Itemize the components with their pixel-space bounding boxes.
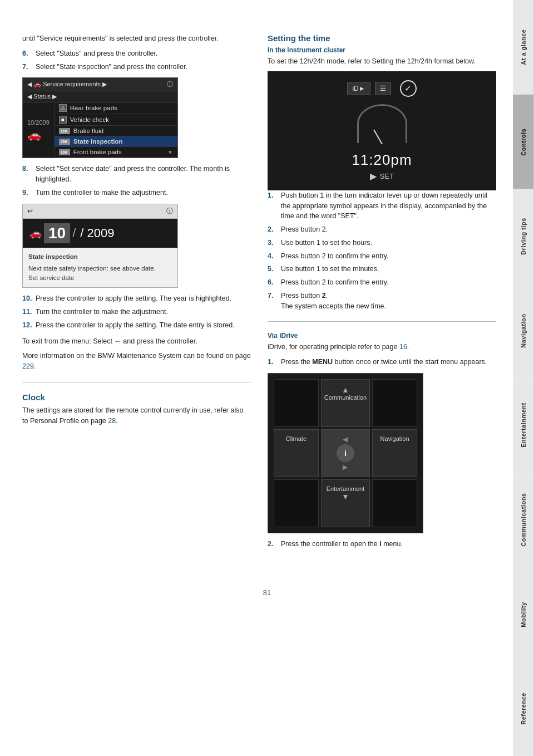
step-9: 9. Turn the controller to make the adjus… — [22, 188, 251, 198]
step-right-4: 4. Press button 2 to confirm the entry. — [268, 251, 496, 262]
item-front-brake: OK Front brake pads ▼ — [55, 147, 177, 158]
item-vehicle-check: ■ Vehicle check — [55, 114, 177, 126]
idrive-steps: 1. Press the MENU button once or twice u… — [268, 357, 496, 367]
setting-time-heading: Setting the time — [268, 33, 496, 43]
sidebar-tab-communications[interactable]: Communications — [513, 473, 534, 567]
scroll-indicator: ▼ — [167, 149, 173, 155]
clock-section-heading: Clock — [22, 392, 251, 402]
idrive-step-2: 2. Press the controller to open the i me… — [268, 539, 496, 549]
idrive-bottom-left-empty — [274, 479, 319, 527]
item-brake-fluid: OK Brake fluid — [55, 126, 177, 136]
idrive-bottom-right-empty — [372, 479, 417, 527]
step-right-7: 7. Press button 2.The system accepts the… — [268, 291, 496, 312]
service-requirements-box: ◀ 🚗 Service requirements ▶ ⓘ ◀ Status ▶ … — [22, 77, 178, 158]
speedometer-arc — [357, 104, 407, 143]
step-right-5: 5. Use button 1 to set the minutes. — [268, 264, 496, 274]
left-arrow-icon: ◀ — [343, 435, 348, 443]
clock-description: The settings are stored for the remote c… — [22, 405, 251, 426]
step-right-3: 3. Use button 1 to set the hours. — [268, 238, 496, 248]
idrive-top-right-empty — [372, 379, 417, 427]
ok-badge-inspection: OK — [59, 139, 70, 145]
warning-icon: ⚠ — [59, 104, 67, 112]
cluster-icon-row: iD► ☰ ✓ — [347, 80, 416, 97]
item-rear-brake: ⚠ Rear brake pads — [55, 102, 177, 114]
sidebar-tab-driving-tips[interactable]: Driving tips — [513, 189, 534, 284]
clock-time-display: 11:20pm — [352, 151, 412, 169]
gauge-area — [276, 101, 487, 146]
service-date-col: 10/2009 🚗 — [23, 102, 55, 158]
idrive-step-2-list: 2. Press the controller to open the i me… — [268, 539, 496, 549]
via-idrive-heading: Via iDrive — [268, 332, 496, 340]
page-number: 81 — [0, 588, 534, 597]
idrive-grid: ▲ Communication Climate ◀ i ▶ Navigation — [274, 379, 417, 527]
sidebar-tab-controls[interactable]: Controls — [513, 95, 534, 189]
instrument-cluster-intro: To set the 12h/24h mode, refer to Settin… — [268, 56, 496, 67]
intro-text: until "Service requirements" is selected… — [22, 33, 251, 44]
page-229-link[interactable]: 229 — [22, 362, 34, 370]
step-7: 7. Select "State inspection" and press t… — [22, 62, 251, 72]
sidebar-tab-reference[interactable]: Reference — [513, 661, 534, 756]
date-inspection-box: ↩ ⓘ 🚗 10 / / 2009 State inspection Next … — [22, 204, 178, 288]
steps-later: 10. Press the controller to apply the se… — [22, 293, 251, 330]
left-column: until "Service requirements" is selected… — [22, 33, 251, 555]
more-info-text: More information on the BMW Maintenance … — [22, 351, 251, 372]
date-box-top-bar: ↩ ⓘ — [23, 204, 177, 219]
idrive-communication-cell: ▲ Communication — [321, 379, 370, 427]
sidebar-tab-navigation[interactable]: Navigation — [513, 283, 534, 378]
page-28-link[interactable]: 28 — [108, 417, 116, 425]
instrument-cluster-steps: 1. Push button 1 in the turn indicator l… — [268, 190, 496, 312]
idrive-entertainment-cell: Entertainment ▼ — [321, 479, 370, 527]
back-arrow-icon: ↩ — [27, 207, 33, 215]
sidebar-tab-at-a-glance[interactable]: At a glance — [513, 0, 534, 95]
gauge-needle — [373, 129, 383, 144]
step-6: 6. Select "Status" and press the control… — [22, 48, 251, 59]
page-16-link[interactable]: 16 — [399, 343, 407, 351]
item-state-inspection: OK State inspection — [55, 136, 177, 147]
car-small-icon: 🚗 — [29, 227, 42, 239]
service-req-status: ◀ Status ▶ — [23, 91, 177, 102]
step-11: 11. Turn the controller to make the adju… — [22, 307, 251, 317]
step-12: 12. Press the controller to apply the se… — [22, 320, 251, 331]
main-content: until "Service requirements" is selected… — [0, 0, 513, 577]
sidebar-tab-mobility[interactable]: Mobility — [513, 567, 534, 662]
clock-display-image: iD► ☰ ✓ 11:20pm ▶ SET — [268, 71, 496, 190]
divider — [22, 382, 251, 382]
idrive-icon-box: iD► — [347, 82, 370, 95]
ok-badge-brake: OK — [59, 128, 70, 134]
ok-badge-front: OK — [59, 149, 70, 155]
sidebar-tab-entertainment[interactable]: Entertainment — [513, 378, 534, 473]
via-idrive-intro: iDrive, for operating principle refer to… — [268, 342, 496, 352]
step-right-6: 6. Press button 2 to confirm the entry. — [268, 277, 496, 288]
set-label-row: ▶ SET — [370, 171, 394, 181]
idrive-center-cell: ◀ i ▶ — [321, 429, 370, 477]
arrow-down-icon: ▼ — [324, 492, 367, 501]
car-icon: 🚗 — [27, 128, 50, 141]
step-10: 10. Press the controller to apply the se… — [22, 293, 251, 304]
service-req-body: 10/2009 🚗 ⚠ Rear brake pads ■ Vehicle ch… — [23, 102, 177, 158]
sidebar-tabs: At a glance Controls Driving tips Naviga… — [513, 0, 534, 756]
idrive-step-1: 1. Press the MENU button once or twice u… — [268, 357, 496, 367]
date-display-row: 🚗 10 / / 2009 — [23, 219, 177, 248]
idrive-top-left-empty — [274, 379, 319, 427]
steps-middle: 8. Select "Set service date" and press t… — [22, 164, 251, 198]
instrument-cluster-heading: In the instrument cluster — [268, 46, 496, 54]
steps-initial: 6. Select "Status" and press the control… — [22, 48, 251, 72]
arrow-up-icon: ▲ — [324, 385, 367, 394]
date-box-description: State inspection Next state safety inspe… — [23, 248, 177, 288]
right-divider — [268, 321, 496, 322]
exit-text: To exit from the menu: Select ← and pres… — [22, 336, 251, 347]
idrive-climate-cell: Climate — [274, 429, 319, 477]
step-8: 8. Select "Set service date" and press t… — [22, 164, 251, 185]
idrive-navigation-cell: Navigation — [372, 429, 417, 477]
idrive-menu-box: ▲ Communication Climate ◀ i ▶ Navigation — [268, 373, 423, 533]
check-circle-icon: ✓ — [400, 80, 417, 97]
step-right-1: 1. Push button 1 in the turn indicator l… — [268, 190, 496, 222]
check-icon: ■ — [59, 116, 67, 124]
set-arrow-icon: ▶ — [370, 171, 377, 181]
menu-icon-box: ☰ — [375, 82, 391, 95]
info-icon: ⓘ — [166, 207, 173, 216]
service-items-list: ⚠ Rear brake pads ■ Vehicle check OK Bra… — [55, 102, 177, 158]
right-arrow-icon: ▶ — [343, 463, 348, 471]
step-right-2: 2. Press button 2. — [268, 224, 496, 235]
right-column: Setting the time In the instrument clust… — [268, 33, 496, 555]
